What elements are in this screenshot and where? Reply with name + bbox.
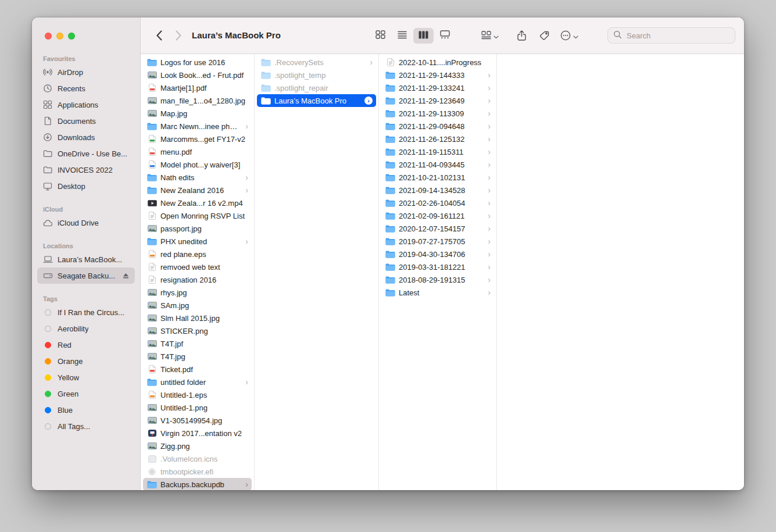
file-item-untitled-1-png[interactable]: Untitled-1.png	[143, 401, 252, 414]
chevron-right-icon: ›	[243, 480, 248, 488]
file-item-2018-08-29-191315[interactable]: 2018-08-29-191315›	[381, 273, 494, 286]
sidebar-item-documents[interactable]: Documents	[37, 113, 135, 129]
share-button[interactable]	[514, 28, 529, 44]
file-item-red-plane-eps[interactable]: red plane.eps	[143, 248, 252, 260]
sidebar-item-seagate-backu[interactable]: Seagate Backu...	[37, 267, 135, 284]
file-item-2021-11-04-093445[interactable]: 2021-11-04-093445›	[381, 158, 494, 171]
search-input[interactable]	[625, 31, 730, 41]
file-item-t4t-jpg[interactable]: T4T.jpg	[143, 350, 252, 363]
minimize-button[interactable]	[56, 33, 63, 40]
file-item-2021-11-29-144333[interactable]: 2021-11-29-144333›	[381, 69, 494, 81]
folder-icon	[147, 187, 157, 194]
list-view-button[interactable]	[392, 28, 412, 44]
sidebar-item-downloads[interactable]: Downloads	[37, 129, 135, 145]
file-item-menu-pdf[interactable]: menu.pdf	[143, 145, 252, 158]
sidebar-section-title: Tags	[37, 293, 135, 304]
file-item-open-monring-rsvp-list[interactable]: Open Monring RSVP List	[143, 209, 252, 222]
group-button[interactable]	[480, 29, 500, 43]
sidebar-item-all-tags[interactable]: All Tags...	[37, 418, 135, 434]
file-item-passport-jpg[interactable]: passport.jpg	[143, 222, 252, 235]
sidebar-item-laura-s-macbook[interactable]: Laura’s MacBook...	[37, 251, 135, 267]
file-item-resignation-2016[interactable]: resignation 2016	[143, 273, 252, 286]
sidebar-item-desktop[interactable]: Desktop	[37, 178, 135, 194]
file-item-new-zeala-r-16-v2-mp4[interactable]: New Zeala...r 16 v2.mp4	[143, 197, 252, 209]
column-view-button[interactable]	[413, 28, 434, 44]
sidebar-item-if-i-ran-the-circus[interactable]: If I Ran the Circus...	[37, 304, 135, 320]
file-item-2021-11-29-123649[interactable]: 2021-11-29-123649›	[381, 94, 494, 107]
file-item-2021-11-19-115311[interactable]: 2021-11-19-115311›	[381, 145, 494, 158]
file-item-marcomms-get-fy17-v2[interactable]: Marcomms...get FY17-v2	[143, 133, 252, 145]
file-item-remvoed-web-text[interactable]: remvoed web text	[143, 260, 252, 273]
file-item-new-zealand-2016[interactable]: New Zealand 2016›	[143, 184, 252, 197]
file-item-2021-02-26-104054[interactable]: 2021-02-26-104054›	[381, 197, 494, 209]
sidebar-item-orange[interactable]: Orange	[37, 353, 135, 369]
sidebar-item-red[interactable]: Red	[37, 337, 135, 353]
file-item-nath-edits[interactable]: Nath edits›	[143, 171, 252, 184]
file-item-spotlight-temp[interactable]: .spotlight_temp	[257, 69, 376, 81]
file-item-2021-11-29-094648[interactable]: 2021-11-29-094648›	[381, 120, 494, 133]
file-item-2021-09-14-134528[interactable]: 2021-09-14-134528›	[381, 184, 494, 197]
chevron-right-icon: ›	[367, 58, 373, 66]
sidebar-item-yellow[interactable]: Yellow	[37, 369, 135, 385]
file-item-2021-11-29-113309[interactable]: 2021-11-29-113309›	[381, 107, 494, 120]
sidebar-item-airdrop[interactable]: AirDrop	[37, 64, 135, 80]
file-name: T4T.jpf	[160, 340, 248, 348]
sidebar-item-recents[interactable]: Recents	[37, 80, 135, 97]
sidebar-item-icloud-drive[interactable]: iCloud Drive	[37, 215, 135, 231]
file-item-backups-backupdb[interactable]: Backups.backupdb›	[143, 478, 252, 490]
file-item-2022-10-11-inprogress[interactable]: 2022-10-11....inProgress	[381, 56, 494, 69]
folder-icon	[385, 84, 395, 92]
sidebar-item-green[interactable]: Green	[37, 385, 135, 402]
file-item-t4t-jpf[interactable]: T4T.jpf	[143, 337, 252, 350]
file-item-logos-for-use-2016[interactable]: Logos for use 2016	[143, 56, 252, 69]
file-item-phx-unedited[interactable]: PHX unedited›	[143, 235, 252, 248]
file-item-2019-07-27-175705[interactable]: 2019-07-27-175705›	[381, 235, 494, 248]
icon-view-button[interactable]	[370, 28, 391, 44]
file-item-zigg-png[interactable]: Zigg.png	[143, 440, 252, 452]
forward-button[interactable]	[172, 30, 185, 42]
sidebar-item-invoices-2022[interactable]: INVOICES 2022	[37, 162, 135, 178]
file-item-sticker-png[interactable]: STICKER.png	[143, 324, 252, 337]
sidebar-item-aerobility[interactable]: Aerobility	[37, 320, 135, 337]
file-item-virgin-2017-entation-v2[interactable]: Virgin 2017...entation v2	[143, 427, 252, 440]
file-item-look-book-ed-frut-pdf[interactable]: Look Book...ed - Frut.pdf	[143, 69, 252, 81]
file-item-tmbootpicker-efi[interactable]: tmbootpicker.efi	[143, 465, 252, 478]
file-item-recoverysets[interactable]: .RecoverySets›	[257, 56, 376, 69]
gallery-view-button[interactable]	[435, 28, 455, 44]
file-item-2020-12-07-154157[interactable]: 2020-12-07-154157›	[381, 222, 494, 235]
file-item-2021-02-09-161121[interactable]: 2021-02-09-161121›	[381, 209, 494, 222]
file-item-slm-hall-2015-jpg[interactable]: Slm Hall 2015.jpg	[143, 312, 252, 324]
more-button[interactable]	[558, 28, 580, 44]
file-item-ticket-pdf[interactable]: Ticket.pdf	[143, 363, 252, 376]
eject-icon[interactable]	[122, 273, 130, 279]
file-item-sam-jpg[interactable]: SAm.jpg	[143, 299, 252, 312]
file-item-2021-11-29-133241[interactable]: 2021-11-29-133241›	[381, 81, 494, 94]
file-item-map-jpg[interactable]: Map.jpg	[143, 107, 252, 120]
file-item-marc-newn-inee-photos[interactable]: Marc Newn...inee photos›	[143, 120, 252, 133]
sidebar-item-onedrive-use-be[interactable]: OneDrive - Use Be...	[37, 145, 135, 162]
file-item-2021-10-21-102131[interactable]: 2021-10-21-102131›	[381, 171, 494, 184]
file-item-rhys-jpg[interactable]: rhys.jpg	[143, 286, 252, 299]
back-button[interactable]	[152, 30, 165, 42]
file-item-maartje-1-pdf[interactable]: Maartje[1].pdf	[143, 81, 252, 94]
file-item-2021-11-26-125132[interactable]: 2021-11-26-125132›	[381, 133, 494, 145]
file-item-2019-03-31-181221[interactable]: 2019-03-31-181221›	[381, 260, 494, 273]
sidebar-item-blue[interactable]: Blue	[37, 402, 135, 418]
download-icon	[42, 133, 53, 142]
file-item-untitled-1-eps[interactable]: Untitled-1.eps	[143, 388, 252, 401]
file-item-laura-s-macbook-pro[interactable]: Laura’s MacBook Pro›	[257, 94, 376, 107]
file-item-v1-305149954-jpg[interactable]: V1-305149954.jpg	[143, 414, 252, 427]
file-name: 2021-09-14-134528	[399, 186, 482, 195]
close-button[interactable]	[45, 33, 52, 40]
file-item-model-phot-y-waiver-3[interactable]: Model phot...y waiver[3]	[143, 158, 252, 171]
sidebar-item-applications[interactable]: Applications	[37, 97, 135, 113]
file-item-spotlight-repair[interactable]: .spotlight_repair	[257, 81, 376, 94]
file-item-man-file-1-o4-1280-jpg[interactable]: man_file_1...o4_1280.jpg	[143, 94, 252, 107]
file-item-untitled-folder[interactable]: untitled folder›	[143, 376, 252, 388]
file-item-volumeicon-icns[interactable]: .VolumeIcon.icns	[143, 452, 252, 465]
file-name: 2021-11-29-144333	[399, 71, 482, 80]
file-item-latest[interactable]: Latest›	[381, 286, 494, 299]
zoom-button[interactable]	[68, 33, 75, 40]
file-item-2019-04-30-134706[interactable]: 2019-04-30-134706›	[381, 248, 494, 260]
tag-button[interactable]	[537, 29, 552, 43]
